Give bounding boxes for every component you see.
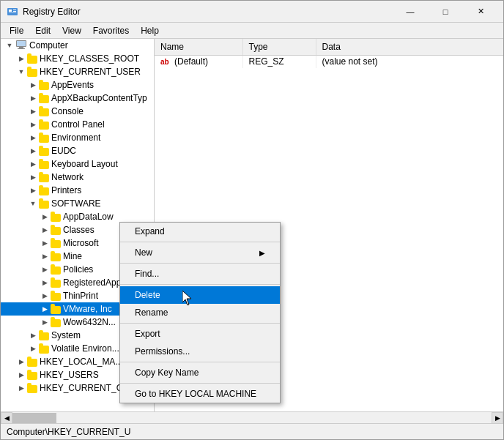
context-menu-new[interactable]: New ▶ — [120, 244, 280, 261]
context-menu-separator-2 — [120, 263, 280, 264]
h-scrollbar[interactable]: ◀ ▶ — [1, 411, 503, 423]
menu-view[interactable]: View — [56, 24, 87, 37]
folder-icon-network — [39, 174, 49, 182]
table-row[interactable]: ab (Default) REG_SZ (value not set) — [155, 55, 503, 68]
tree-item-label-wow6432: Wow6432N... — [63, 317, 116, 327]
tree-item-label-appbackup: AppXBackupContentTyp — [51, 93, 147, 103]
tree-item-printers[interactable]: ▶ Printers — [1, 184, 154, 197]
cell-name: ab (Default) — [155, 55, 242, 68]
expand-icon-hku: ▶ — [15, 369, 27, 381]
tree-item-label-printers: Printers — [51, 185, 81, 195]
menu-file[interactable]: File — [4, 24, 29, 37]
col-header-type[interactable]: Type — [242, 39, 316, 55]
tree-item-label-vmware: VMware, Inc — [63, 304, 112, 314]
context-menu: Expand New ▶ Find... Delete Rename Expor… — [119, 222, 281, 403]
col-header-data[interactable]: Data — [316, 39, 503, 55]
context-menu-expand[interactable]: Expand — [120, 223, 280, 240]
expand-icon: ▼ — [4, 40, 15, 51]
tree-item-label-hkcr: HKEY_CLASSES_ROOT — [40, 53, 139, 64]
context-menu-goto-hklm-label: Go to HKEY LOCAL MACHINE — [135, 389, 256, 399]
context-menu-separator-6 — [120, 383, 280, 384]
tree-item-label-computer: Computer — [29, 40, 68, 51]
folder-icon-vmware — [51, 306, 61, 314]
folder-icon-policies — [51, 266, 61, 275]
tree-item-console[interactable]: ▶ Console — [1, 105, 154, 118]
scrollbar-thumb[interactable] — [12, 413, 56, 423]
expand-icon-hkcr: ▶ — [15, 53, 27, 64]
expand-icon-wow6432: ▶ — [39, 316, 51, 328]
minimize-button[interactable]: — — [393, 1, 427, 23]
svg-rect-4 — [9, 12, 16, 13]
expand-icon-keyboardlayout: ▶ — [27, 158, 39, 170]
folder-icon-appevents — [39, 82, 49, 90]
cell-data: (value not set) — [316, 55, 503, 68]
close-button[interactable]: ✕ — [464, 1, 497, 23]
col-header-name[interactable]: Name — [155, 39, 242, 55]
tree-item-eudc[interactable]: ▶ EUDC — [1, 144, 154, 157]
folder-icon-hkcc — [27, 385, 37, 393]
tree-item-appbackup[interactable]: ▶ AppXBackupContentTyp — [1, 92, 154, 105]
expand-icon-appbackup: ▶ — [27, 92, 39, 104]
expand-icon-printers: ▶ — [27, 184, 39, 196]
tree-item-label-microsoft: Microsoft — [63, 238, 99, 248]
context-menu-separator-3 — [120, 284, 280, 285]
folder-icon-volatile — [39, 346, 49, 354]
context-menu-export[interactable]: Export — [120, 325, 280, 343]
tree-item-computer[interactable]: ▼ Computer — [1, 39, 154, 52]
tree-item-label-hku: HKEY_USERS — [40, 370, 99, 380]
folder-icon-hku — [27, 372, 37, 380]
folder-icon-controlpanel — [39, 122, 49, 130]
tree-item-hkcr[interactable]: ▶ HKEY_CLASSES_ROOT — [1, 52, 154, 65]
context-menu-rename[interactable]: Rename — [120, 304, 280, 321]
tree-item-label-eudc: EUDC — [51, 146, 76, 156]
scroll-left-btn[interactable]: ◀ — [1, 412, 12, 424]
scrollbar-track[interactable] — [12, 412, 492, 424]
tree-item-controlpanel[interactable]: ▶ Control Panel — [1, 118, 154, 131]
context-menu-copy-key[interactable]: Copy Key Name — [120, 364, 280, 381]
tree-item-label-appdatalow: AppDataLow — [63, 212, 114, 222]
folder-icon-thinprint — [51, 293, 61, 301]
title-bar: Registry Editor — □ ✕ — [1, 1, 503, 23]
tree-item-label-appevents: AppEvents — [51, 80, 94, 90]
folder-icon-software — [39, 201, 49, 209]
context-menu-rename-label: Rename — [135, 307, 168, 318]
menu-help[interactable]: Help — [135, 24, 165, 37]
menu-edit[interactable]: Edit — [29, 24, 56, 37]
tree-item-hkcu[interactable]: ▼ HKEY_CURRENT_USER — [1, 65, 154, 78]
context-menu-separator-4 — [120, 323, 280, 324]
maximize-button[interactable]: □ — [429, 1, 462, 23]
expand-icon-environment: ▶ — [27, 132, 39, 143]
folder-icon-microsoft — [51, 240, 61, 248]
status-bar: Computer\HKEY_CURRENT_U — [1, 423, 503, 439]
tree-item-label-network: Network — [51, 172, 84, 182]
scroll-right-btn[interactable]: ▶ — [492, 412, 503, 424]
tree-item-label-software: SOFTWARE — [51, 198, 101, 209]
context-menu-find[interactable]: Find... — [120, 265, 280, 283]
context-menu-delete[interactable]: Delete — [120, 286, 280, 304]
expand-icon-console: ▶ — [27, 105, 39, 117]
svg-rect-8 — [18, 48, 25, 49]
tree-item-label-volatile: Volatile Environ... — [51, 343, 119, 354]
tree-item-keyboardlayout[interactable]: ▶ Keyboard Layout — [1, 157, 154, 171]
context-menu-separator-5 — [120, 362, 280, 362]
tree-item-label-environment: Environment — [51, 133, 100, 143]
expand-icon-hklm: ▶ — [15, 356, 27, 368]
folder-icon-console — [39, 108, 49, 116]
context-menu-goto-hklm[interactable]: Go to HKEY LOCAL MACHINE — [120, 385, 280, 403]
context-menu-copy-key-label: Copy Key Name — [135, 368, 199, 378]
status-text: Computer\HKEY_CURRENT_U — [7, 427, 130, 437]
tree-item-software[interactable]: ▼ SOFTWARE — [1, 197, 154, 210]
context-menu-delete-label: Delete — [135, 290, 160, 300]
folder-icon-registeredapps — [51, 280, 61, 288]
expand-icon-microsoft: ▶ — [39, 237, 51, 249]
context-menu-permissions[interactable]: Permissions... — [120, 343, 280, 360]
tree-item-environment[interactable]: ▶ Environment — [1, 131, 154, 144]
window-title: Registry Editor — [23, 7, 393, 17]
expand-icon-software: ▼ — [27, 198, 39, 209]
context-menu-find-label: Find... — [135, 269, 159, 279]
tree-item-network[interactable]: ▶ Network — [1, 171, 154, 184]
menu-favorites[interactable]: Favorites — [87, 24, 135, 37]
tree-item-appevents[interactable]: ▶ AppEvents — [1, 78, 154, 92]
expand-icon-vmware: ▶ — [39, 303, 51, 315]
folder-icon-system — [39, 332, 49, 340]
